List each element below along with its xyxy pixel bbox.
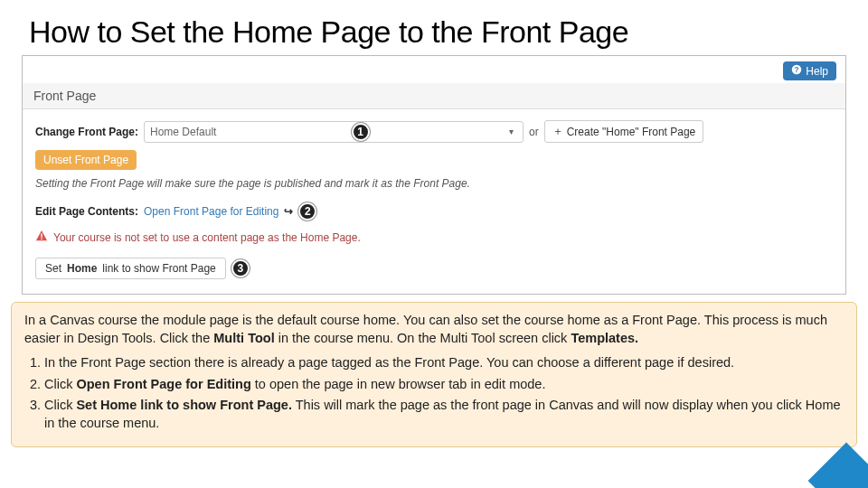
svg-text:?: ? (795, 66, 799, 74)
app-screenshot-panel: ? Help Front Page Change Front Page: Hom… (22, 55, 846, 295)
external-arrow-icon: ↪ (284, 205, 293, 218)
set-home-bold: Home (67, 262, 97, 275)
set-home-suffix: link to show Front Page (102, 262, 215, 275)
step-badge-3: 3 (231, 259, 250, 277)
front-page-info-text: Setting the Front Page will make sure th… (35, 170, 833, 199)
page-title: How to Set the Home Page to the Front Pa… (0, 0, 868, 55)
front-page-select-value: Home Default (150, 126, 216, 138)
callout-intro-bold2: Templates. (571, 331, 638, 345)
open-front-page-link[interactable]: Open Front Page for Editing (144, 205, 278, 218)
warning-icon (35, 230, 48, 245)
panel-body: Change Front Page: Home Default 1 ▾ or ＋… (23, 109, 845, 294)
step2-a: Click (44, 377, 76, 391)
help-icon: ? (791, 64, 802, 78)
unset-front-page-row: Unset Front Page (35, 146, 833, 170)
change-front-page-label: Change Front Page: (35, 126, 138, 138)
set-home-button[interactable]: Set Home link to show Front Page (35, 258, 226, 279)
edit-page-label: Edit Page Contents: (35, 205, 138, 218)
svg-rect-2 (41, 233, 42, 237)
create-home-button[interactable]: ＋ Create "Home" Front Page (544, 120, 704, 143)
list-item: Click Open Front Page for Editing to ope… (44, 376, 844, 394)
help-button[interactable]: ? Help (783, 61, 836, 80)
svg-rect-3 (41, 239, 42, 239)
step-badge-2: 2 (298, 202, 316, 221)
front-page-select[interactable]: Home Default 1 ▾ (144, 121, 524, 143)
set-home-prefix: Set (45, 262, 61, 275)
corner-accent (808, 443, 868, 488)
edit-page-row: Edit Page Contents: Open Front Page for … (35, 199, 833, 224)
unset-front-page-button[interactable]: Unset Front Page (35, 150, 137, 170)
instruction-callout: In a Canvas course the module page is th… (11, 302, 857, 447)
chevron-down-icon: ▾ (505, 126, 517, 138)
step1-text: In the Front Page section there is alrea… (44, 355, 734, 370)
step3-b: Set Home link to show Front Page. (76, 398, 291, 412)
step2-c: to open the page in new browser tab in e… (251, 377, 546, 391)
or-text: or (529, 126, 539, 138)
panel-heading: Front Page (23, 83, 845, 109)
callout-steps: In the Front Page section there is alrea… (24, 354, 844, 432)
warning-row: Your course is not set to use a content … (35, 224, 833, 254)
help-label: Help (806, 65, 828, 78)
step-badge-1: 1 (352, 123, 370, 141)
list-item: In the Front Page section there is alrea… (44, 354, 844, 372)
list-item: Click Set Home link to show Front Page. … (44, 397, 844, 432)
step2-b: Open Front Page for Editing (76, 377, 250, 391)
callout-intro-b: in the course menu. On the Multi Tool sc… (275, 331, 571, 345)
warning-text: Your course is not set to use a content … (53, 231, 361, 244)
plus-icon: ＋ (552, 124, 563, 139)
step3-a: Click (44, 398, 76, 412)
change-front-page-row: Change Front Page: Home Default 1 ▾ or ＋… (35, 117, 833, 146)
callout-intro: In a Canvas course the module page is th… (24, 312, 844, 347)
callout-intro-bold1: Multi Tool (213, 331, 274, 345)
set-home-row: Set Home link to show Front Page 3 (35, 254, 833, 283)
create-home-label: Create "Home" Front Page (567, 126, 696, 138)
